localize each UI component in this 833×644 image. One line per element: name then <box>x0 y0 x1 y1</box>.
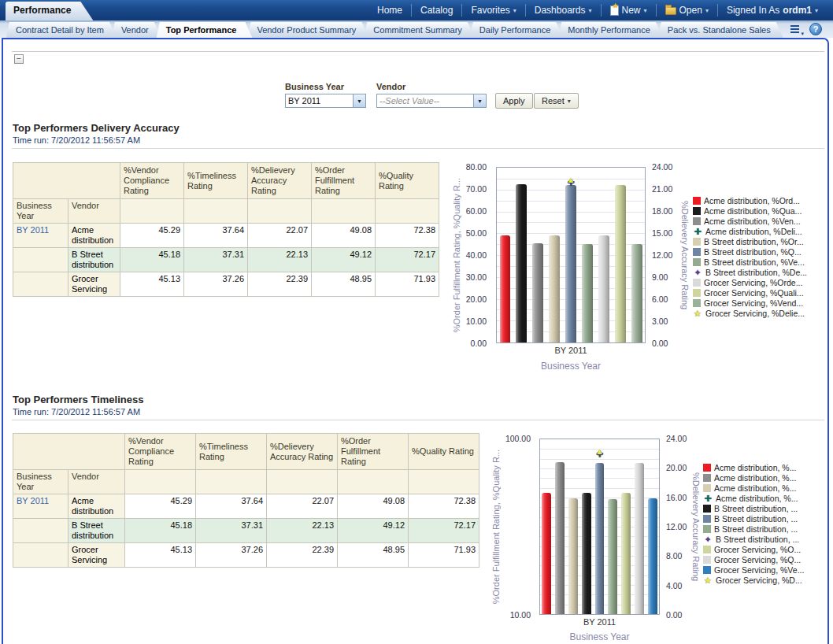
nav-new[interactable]: New▾ <box>601 4 656 17</box>
business-year-cell[interactable]: BY 2011 <box>13 494 68 519</box>
tab-vendor[interactable]: Vendor <box>112 22 161 38</box>
business-year-prompt-label: Business Year <box>285 82 344 91</box>
measure-header: %Vendor Compliance Rating <box>125 434 196 470</box>
business-year-column-header[interactable]: Business Year <box>13 470 68 494</box>
page-options-icon[interactable] <box>790 24 802 35</box>
measure-header: %Order Fulfillment Rating <box>312 163 376 199</box>
table-row: BY 2011Acme distribution45.2937.6422.074… <box>13 224 439 248</box>
legend-swatch <box>703 464 711 472</box>
left-axis-ticks: 80.0070.0060.0050.0040.0030.0020.0010.00… <box>461 167 491 343</box>
tab-top-performance[interactable]: Top Performance <box>157 22 253 38</box>
marker-star-icon[interactable]: ▲ <box>567 175 576 183</box>
apply-button[interactable]: Apply <box>495 93 533 109</box>
dashboard-title-tab[interactable]: Performance <box>6 2 93 20</box>
bar[interactable] <box>565 185 576 342</box>
nav-open[interactable]: Open▾ <box>656 4 717 17</box>
bar[interactable] <box>615 185 626 342</box>
vendor-select[interactable]: --Select Value-- ▼ <box>376 94 487 108</box>
business-year-cell <box>13 272 68 297</box>
bar[interactable] <box>608 499 617 614</box>
legend-label: Acme distribution, %Deli... <box>705 227 802 236</box>
bar[interactable] <box>549 235 560 342</box>
vendor-cell: Grocer Servicing <box>68 543 125 568</box>
nav-catalog[interactable]: Catalog <box>411 4 461 17</box>
table-row: Grocer Servicing45.1337.2622.3948.9571.9… <box>13 543 479 568</box>
bar[interactable] <box>621 493 631 614</box>
legend-item: Grocer Servicing, %Vend... <box>693 298 828 308</box>
bar[interactable] <box>555 462 565 614</box>
axis-tick-label: 30.00 <box>466 272 487 282</box>
nav-home[interactable]: Home <box>368 4 411 17</box>
marker-star-icon[interactable]: ▲ <box>595 446 604 455</box>
legend-item: Acme distribution, %... <box>703 462 829 472</box>
value-cell: 37.31 <box>184 248 248 272</box>
section-time-run: Time run: 7/20/2012 11:56:57 AM <box>13 135 140 145</box>
vendor-column-header: Vendor <box>68 199 120 224</box>
bar[interactable] <box>516 184 527 342</box>
tab-vendor-product-summary[interactable]: Vendor Product Summary <box>247 22 368 38</box>
measure-header: %Timeliness Rating <box>196 434 267 470</box>
bar[interactable] <box>532 243 543 342</box>
bar[interactable] <box>631 244 642 342</box>
empty-header-cell <box>338 470 409 494</box>
chevron-down-icon: ▾ <box>588 7 591 14</box>
nav-dashboards[interactable]: Dashboards▾ <box>525 4 601 17</box>
value-cell: 45.29 <box>125 494 196 519</box>
business-year-cell <box>13 248 68 272</box>
axis-tick-label: 4.00 <box>666 581 682 590</box>
business-year-select[interactable]: BY 2011 ▼ <box>285 94 366 108</box>
collapse-section-button[interactable]: − <box>14 54 24 64</box>
chevron-down-icon[interactable]: ▼ <box>473 94 486 107</box>
legend-label: Acme distribution, %... <box>714 463 796 472</box>
table-corner-cell <box>13 163 120 199</box>
legend-label: Grocer Servicing, %Delie... <box>705 309 805 318</box>
tab-contract-detail-by-item[interactable]: Contract Detail by Item <box>6 22 117 38</box>
chart-legend: Acme distribution, %Ord...Acme distribut… <box>693 195 828 318</box>
bar[interactable] <box>595 463 605 614</box>
legend-swatch <box>693 299 701 307</box>
business-year-column-header[interactable]: Business Year <box>13 199 68 224</box>
bar[interactable] <box>598 235 609 342</box>
tab-daily-performance[interactable]: Daily Performance <box>470 22 563 38</box>
tab-pack-vs-standalone-sales[interactable]: Pack vs. Standalone Sales <box>658 22 783 38</box>
bar[interactable] <box>648 498 657 614</box>
legend-label: B Street distribution, %Q... <box>704 247 802 257</box>
signed-in-as[interactable]: Signed In As ordm1▾ <box>717 4 827 17</box>
chevron-down-icon: ▾ <box>513 7 516 14</box>
reset-button[interactable]: Reset▾ <box>534 93 579 109</box>
bar[interactable] <box>582 493 591 614</box>
legend-swatch <box>703 556 711 564</box>
help-icon[interactable]: ? <box>809 23 822 35</box>
legend-item: ✦B Street distribution, ... <box>703 534 829 544</box>
legend-item: Acme distribution, %... <box>703 472 829 483</box>
axis-tick-label: 10.00 <box>510 610 531 620</box>
section-title: Top Performers Delivery Accuracy <box>13 122 180 134</box>
dashboard-title: Performance <box>13 5 71 16</box>
value-cell: 45.29 <box>120 224 184 248</box>
business-year-cell[interactable]: BY 2011 <box>13 224 68 248</box>
legend-swatch <box>693 197 701 205</box>
business-year-cell <box>13 543 68 568</box>
table-row: B Street distribution45.1837.3122.1349.1… <box>13 519 479 543</box>
tab-monthly-performance[interactable]: Monthly Performance <box>558 22 663 38</box>
chevron-down-icon[interactable]: ▼ <box>353 94 365 107</box>
legend-label: Grocer Servicing, %Orde... <box>704 278 802 287</box>
legend-label: Acme distribution, %Ord... <box>704 196 800 205</box>
bar[interactable] <box>635 463 644 614</box>
nav-favorites[interactable]: Favorites▾ <box>461 4 524 17</box>
legend-swatch <box>693 258 701 266</box>
legend-label: B Street distribution, %Ve... <box>704 257 805 267</box>
bar[interactable] <box>542 493 551 614</box>
value-cell: 72.17 <box>409 519 479 543</box>
delivery-accuracy-table: %Vendor Compliance Rating%Timeliness Rat… <box>13 162 439 297</box>
legend-label: Grocer Servicing, %O... <box>714 545 801 554</box>
legend-label: Acme distribution, %Ven... <box>704 217 801 226</box>
legend-label: B Street distribution, ... <box>714 514 798 524</box>
legend-item: B Street distribution, %Q... <box>693 246 828 257</box>
legend-label: B Street distribution, %Or... <box>704 237 804 246</box>
bar[interactable] <box>500 235 511 342</box>
bar[interactable] <box>568 498 578 614</box>
bar[interactable] <box>582 244 593 342</box>
tab-commitment-summary[interactable]: Commitment Summary <box>364 22 474 38</box>
legend-swatch <box>693 238 701 246</box>
